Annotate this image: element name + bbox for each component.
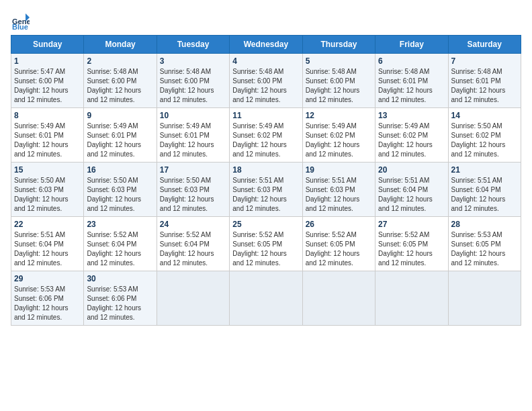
calendar-cell: 10Sunrise: 5:49 AM Sunset: 6:01 PM Dayli… xyxy=(157,108,229,163)
calendar-cell: 9Sunrise: 5:49 AM Sunset: 6:01 PM Daylig… xyxy=(84,108,157,163)
day-info: Sunrise: 5:53 AM Sunset: 6:05 PM Dayligh… xyxy=(451,230,518,268)
day-number: 12 xyxy=(306,111,372,120)
day-info: Sunrise: 5:51 AM Sunset: 6:03 PM Dayligh… xyxy=(306,176,372,214)
day-number: 13 xyxy=(378,111,445,120)
logo: General Blue xyxy=(11,11,32,30)
svg-text:Blue: Blue xyxy=(12,23,28,30)
day-number: 26 xyxy=(306,220,372,229)
day-number: 22 xyxy=(14,220,81,229)
calendar-cell: 12Sunrise: 5:49 AM Sunset: 6:02 PM Dayli… xyxy=(302,108,375,163)
day-number: 20 xyxy=(378,165,445,175)
calendar-cell: 21Sunrise: 5:51 AM Sunset: 6:04 PM Dayli… xyxy=(448,163,521,217)
day-number: 30 xyxy=(87,274,153,283)
day-number: 4 xyxy=(232,56,299,66)
calendar-cell: 1Sunrise: 5:47 AM Sunset: 6:00 PM Daylig… xyxy=(11,54,84,108)
day-number: 17 xyxy=(160,165,226,175)
day-info: Sunrise: 5:50 AM Sunset: 6:03 PM Dayligh… xyxy=(87,176,153,214)
day-info: Sunrise: 5:51 AM Sunset: 6:04 PM Dayligh… xyxy=(451,176,518,214)
day-number: 25 xyxy=(232,220,299,229)
day-info: Sunrise: 5:50 AM Sunset: 6:02 PM Dayligh… xyxy=(451,122,518,159)
day-info: Sunrise: 5:48 AM Sunset: 6:00 PM Dayligh… xyxy=(87,67,153,105)
weekday-header-tuesday: Tuesday xyxy=(157,36,229,54)
day-number: 15 xyxy=(14,165,81,175)
weekday-header-friday: Friday xyxy=(375,36,448,54)
calendar-cell: 29Sunrise: 5:53 AM Sunset: 6:06 PM Dayli… xyxy=(11,271,84,326)
day-number: 7 xyxy=(451,56,518,66)
day-number: 23 xyxy=(87,220,153,229)
calendar-cell: 30Sunrise: 5:53 AM Sunset: 6:06 PM Dayli… xyxy=(84,271,157,326)
day-info: Sunrise: 5:51 AM Sunset: 6:04 PM Dayligh… xyxy=(14,230,81,268)
logo-icon: General Blue xyxy=(11,11,30,30)
calendar-cell: 14Sunrise: 5:50 AM Sunset: 6:02 PM Dayli… xyxy=(448,108,521,163)
day-number: 1 xyxy=(14,56,81,66)
day-number: 5 xyxy=(306,56,372,66)
day-info: Sunrise: 5:53 AM Sunset: 6:06 PM Dayligh… xyxy=(14,285,81,322)
day-number: 9 xyxy=(87,111,153,120)
calendar-cell: 2Sunrise: 5:48 AM Sunset: 6:00 PM Daylig… xyxy=(84,54,157,108)
weekday-header-thursday: Thursday xyxy=(302,36,375,54)
calendar-cell xyxy=(302,271,375,326)
calendar-table: SundayMondayTuesdayWednesdayThursdayFrid… xyxy=(11,35,521,326)
day-number: 21 xyxy=(451,165,518,175)
weekday-row: SundayMondayTuesdayWednesdayThursdayFrid… xyxy=(11,36,521,54)
weekday-header-wednesday: Wednesday xyxy=(230,36,302,54)
day-info: Sunrise: 5:51 AM Sunset: 6:03 PM Dayligh… xyxy=(232,176,299,214)
day-info: Sunrise: 5:50 AM Sunset: 6:03 PM Dayligh… xyxy=(160,176,226,214)
day-info: Sunrise: 5:52 AM Sunset: 6:05 PM Dayligh… xyxy=(378,230,445,268)
calendar-cell: 15Sunrise: 5:50 AM Sunset: 6:03 PM Dayli… xyxy=(11,163,84,217)
day-info: Sunrise: 5:52 AM Sunset: 6:05 PM Dayligh… xyxy=(306,230,372,268)
calendar-cell: 25Sunrise: 5:52 AM Sunset: 6:05 PM Dayli… xyxy=(230,217,302,271)
day-info: Sunrise: 5:49 AM Sunset: 6:02 PM Dayligh… xyxy=(232,122,299,159)
day-number: 18 xyxy=(232,165,299,175)
calendar-cell: 18Sunrise: 5:51 AM Sunset: 6:03 PM Dayli… xyxy=(230,163,302,217)
day-number: 14 xyxy=(451,111,518,120)
calendar-header: SundayMondayTuesdayWednesdayThursdayFrid… xyxy=(11,36,521,54)
day-number: 27 xyxy=(378,220,445,229)
calendar-cell xyxy=(157,271,229,326)
calendar-body: 1Sunrise: 5:47 AM Sunset: 6:00 PM Daylig… xyxy=(11,54,521,326)
calendar-cell: 17Sunrise: 5:50 AM Sunset: 6:03 PM Dayli… xyxy=(157,163,229,217)
day-info: Sunrise: 5:48 AM Sunset: 6:01 PM Dayligh… xyxy=(378,67,445,105)
day-number: 28 xyxy=(451,220,518,229)
day-info: Sunrise: 5:49 AM Sunset: 6:02 PM Dayligh… xyxy=(306,122,372,159)
day-info: Sunrise: 5:48 AM Sunset: 6:00 PM Dayligh… xyxy=(306,67,372,105)
day-info: Sunrise: 5:47 AM Sunset: 6:00 PM Dayligh… xyxy=(14,67,81,105)
calendar-cell: 5Sunrise: 5:48 AM Sunset: 6:00 PM Daylig… xyxy=(302,54,375,108)
calendar-cell: 26Sunrise: 5:52 AM Sunset: 6:05 PM Dayli… xyxy=(302,217,375,271)
calendar-cell: 27Sunrise: 5:52 AM Sunset: 6:05 PM Dayli… xyxy=(375,217,448,271)
calendar-week-4: 22Sunrise: 5:51 AM Sunset: 6:04 PM Dayli… xyxy=(11,217,521,271)
day-number: 16 xyxy=(87,165,153,175)
page-header: General Blue xyxy=(11,11,521,30)
day-number: 29 xyxy=(14,274,81,283)
day-info: Sunrise: 5:53 AM Sunset: 6:06 PM Dayligh… xyxy=(87,285,153,322)
calendar-cell: 4Sunrise: 5:48 AM Sunset: 6:00 PM Daylig… xyxy=(230,54,302,108)
calendar-cell: 28Sunrise: 5:53 AM Sunset: 6:05 PM Dayli… xyxy=(448,217,521,271)
calendar-cell: 7Sunrise: 5:48 AM Sunset: 6:01 PM Daylig… xyxy=(448,54,521,108)
calendar-cell: 20Sunrise: 5:51 AM Sunset: 6:04 PM Dayli… xyxy=(375,163,448,217)
calendar-cell: 13Sunrise: 5:49 AM Sunset: 6:02 PM Dayli… xyxy=(375,108,448,163)
calendar-cell xyxy=(448,271,521,326)
calendar-cell: 22Sunrise: 5:51 AM Sunset: 6:04 PM Dayli… xyxy=(11,217,84,271)
calendar-cell: 3Sunrise: 5:48 AM Sunset: 6:00 PM Daylig… xyxy=(157,54,229,108)
calendar-cell: 19Sunrise: 5:51 AM Sunset: 6:03 PM Dayli… xyxy=(302,163,375,217)
day-info: Sunrise: 5:48 AM Sunset: 6:00 PM Dayligh… xyxy=(160,67,226,105)
day-info: Sunrise: 5:49 AM Sunset: 6:01 PM Dayligh… xyxy=(160,122,226,159)
calendar-cell: 11Sunrise: 5:49 AM Sunset: 6:02 PM Dayli… xyxy=(230,108,302,163)
day-number: 2 xyxy=(87,56,153,66)
calendar-week-2: 8Sunrise: 5:49 AM Sunset: 6:01 PM Daylig… xyxy=(11,108,521,163)
day-number: 6 xyxy=(378,56,445,66)
day-info: Sunrise: 5:48 AM Sunset: 6:00 PM Dayligh… xyxy=(232,67,299,105)
calendar-cell xyxy=(230,271,302,326)
day-info: Sunrise: 5:48 AM Sunset: 6:01 PM Dayligh… xyxy=(451,67,518,105)
day-number: 24 xyxy=(160,220,226,229)
day-number: 10 xyxy=(160,111,226,120)
calendar-week-3: 15Sunrise: 5:50 AM Sunset: 6:03 PM Dayli… xyxy=(11,163,521,217)
day-number: 19 xyxy=(306,165,372,175)
day-info: Sunrise: 5:49 AM Sunset: 6:01 PM Dayligh… xyxy=(14,122,81,159)
day-number: 3 xyxy=(160,56,226,66)
weekday-header-monday: Monday xyxy=(84,36,157,54)
calendar-week-1: 1Sunrise: 5:47 AM Sunset: 6:00 PM Daylig… xyxy=(11,54,521,108)
calendar-week-5: 29Sunrise: 5:53 AM Sunset: 6:06 PM Dayli… xyxy=(11,271,521,326)
weekday-header-sunday: Sunday xyxy=(11,36,84,54)
calendar-cell xyxy=(375,271,448,326)
